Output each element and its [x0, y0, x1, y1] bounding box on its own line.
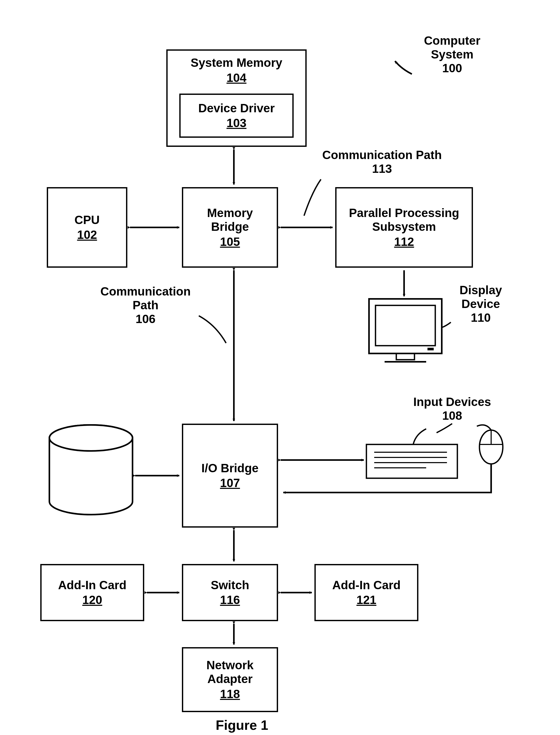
- num-addin-120: 120: [82, 593, 102, 607]
- label-addin-121: Add-In Card: [332, 578, 400, 592]
- label-memory-bridge-2: Bridge: [211, 220, 249, 234]
- label-system-disk: System Disk 114: [58, 450, 126, 491]
- box-cpu: CPU 102: [47, 187, 127, 268]
- num-device-driver: 103: [227, 116, 247, 130]
- num-memory-bridge: 105: [220, 235, 240, 249]
- svg-point-6: [49, 425, 133, 451]
- box-addin-120: Add-In Card 120: [40, 564, 144, 621]
- label-comm-path-106: Communication Path 106: [91, 285, 200, 326]
- label-switch: Switch: [211, 578, 249, 592]
- label-pps-2: Subsystem: [372, 220, 436, 234]
- conn-mouse-iobridge: [283, 464, 491, 493]
- num-system-memory: 104: [227, 71, 247, 85]
- num-switch: 116: [220, 593, 240, 607]
- svg-rect-3: [396, 353, 414, 360]
- svg-rect-1: [375, 305, 435, 346]
- box-pps: Parallel Processing Subsystem 112: [335, 187, 473, 268]
- diagram-canvas: System Memory 104 Device Driver 103 CPU …: [0, 0, 560, 735]
- box-addin-121: Add-In Card 121: [314, 564, 418, 621]
- leader-input: [437, 424, 452, 433]
- box-net-adapter: Network Adapter 118: [182, 647, 278, 712]
- title-computer-system: Computer System 100: [400, 34, 504, 75]
- leader-cp113: [304, 179, 321, 216]
- label-device-driver: Device Driver: [198, 101, 275, 115]
- label-memory-bridge-1: Memory: [207, 206, 253, 220]
- label-net-1: Network: [206, 658, 253, 672]
- keyboard-icon: [366, 444, 457, 478]
- svg-rect-2: [427, 348, 434, 350]
- svg-rect-0: [369, 299, 442, 353]
- mouse-icon: [477, 425, 503, 464]
- label-comm-path-113: Communication Path 113: [314, 148, 450, 176]
- label-system-memory: System Memory: [191, 56, 282, 70]
- label-io-bridge: I/O Bridge: [201, 461, 259, 475]
- num-addin-121: 121: [357, 593, 377, 607]
- box-io-bridge: I/O Bridge 107: [182, 424, 278, 528]
- label-cpu: CPU: [74, 213, 100, 227]
- svg-point-5: [49, 425, 133, 451]
- label-pps-1: Parallel Processing: [349, 206, 459, 220]
- svg-point-12: [479, 430, 503, 464]
- num-io-bridge: 107: [220, 476, 240, 490]
- label-input-devices: Input Devices 108: [400, 395, 504, 423]
- display-icon: [369, 299, 442, 362]
- label-display-device: Display Device 110: [447, 283, 515, 325]
- box-device-driver: Device Driver 103: [179, 94, 294, 138]
- num-cpu: 102: [77, 228, 97, 242]
- box-memory-bridge: Memory Bridge 105: [182, 187, 278, 268]
- keyboard-cable: [413, 429, 426, 444]
- num-pps: 112: [394, 235, 414, 249]
- label-net-2: Adapter: [207, 672, 253, 686]
- label-addin-120: Add-In Card: [58, 578, 126, 592]
- box-switch: Switch 116: [182, 564, 278, 621]
- svg-rect-7: [366, 444, 457, 478]
- num-net: 118: [220, 687, 240, 701]
- figure-caption: Figure 1: [216, 717, 268, 733]
- leader-cp106: [199, 316, 226, 343]
